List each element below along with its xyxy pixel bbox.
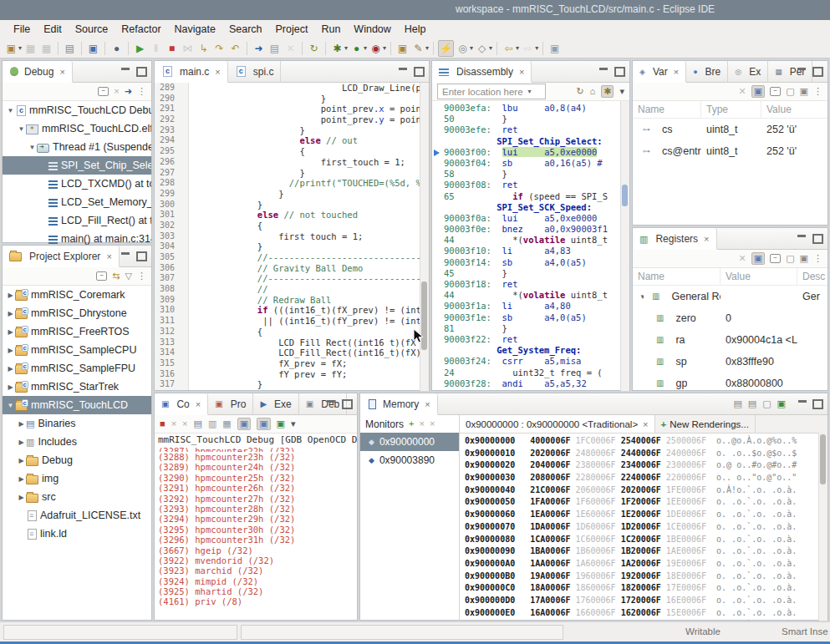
code-line-314[interactable]: 314 LCD_Fill_Rect((int16_t)(fX), [155, 347, 429, 358]
code-line-309[interactable]: 309 // Redraw Ball [155, 295, 429, 306]
search-c-icon[interactable]: ✎ [411, 41, 425, 56]
back-icon[interactable]: ⇦ [502, 41, 516, 56]
disassembly-line[interactable]: 58 } [432, 169, 629, 180]
new-c-project-icon[interactable]: ▣ [395, 41, 410, 56]
disassembly-scrollbar-thumb[interactable] [622, 185, 628, 206]
minimize-icon[interactable] [121, 252, 130, 255]
step-return-icon[interactable]: ↶ [228, 41, 242, 56]
expander-icon[interactable]: ▶ [17, 475, 26, 483]
maximize-icon[interactable] [812, 399, 823, 409]
disassembly-line[interactable]: 90003efe: ret [432, 124, 629, 135]
code-line-291[interactable]: 291 point_prev.x = point.x; [155, 104, 429, 114]
disassembly-line[interactable]: 50 } [432, 114, 629, 124]
disassembly-line[interactable]: 90003f04: sb a0,16(a5) # [432, 158, 629, 169]
mark-occurrences-icon[interactable]: ◎ [456, 41, 470, 56]
close-icon[interactable]: × [196, 399, 201, 409]
tab-problems[interactable]: ▣Pro [208, 393, 253, 414]
disassembly-line[interactable]: 44 *(volatile uint8_t [432, 290, 629, 301]
menu-file[interactable]: File [7, 22, 37, 37]
tab-console[interactable]: ▣Co× [155, 393, 208, 415]
memory-row-0x900000D0[interactable]: 0x900000D0 17A0006F 1760006F 1720006F 16… [460, 595, 827, 607]
debug-node-spi-set-chip-select[interactable]: SPI_Set_Chip_Select [3, 156, 151, 175]
settings-dropdown[interactable]: ▾ [619, 87, 624, 96]
debug-node-thread-1-suspended[interactable]: ▼Thread #1 (Suspended [3, 138, 151, 156]
debug-node-mmrisc-touchlcd-elf[interactable]: ▼mmRISC_TouchLCD.elf [3, 119, 151, 138]
close-icon[interactable]: × [704, 234, 709, 244]
expander-icon[interactable]: ▼ [28, 144, 37, 151]
memory-row-0x90000040[interactable]: 0x90000040 21C0006F 2060006F 2020006F 1F… [460, 484, 827, 497]
tab-debug[interactable]: Debug × [3, 61, 73, 83]
remove-all-launches-icon[interactable]: × [182, 419, 187, 428]
disassembly-line[interactable]: SPI_Set_SCK_Speed: [432, 202, 629, 213]
register-row-sp[interactable]: ▥sp0x83fffe90 [633, 351, 827, 373]
project-node-link-ld[interactable]: link.ld [3, 525, 151, 543]
expander-icon[interactable]: ▶ [17, 457, 26, 464]
suspend-icon[interactable]: ‖ [149, 41, 163, 56]
register-row-zero[interactable]: ▥zero0 [633, 307, 827, 329]
memory-row-0x900000C0[interactable]: 0x900000C0 18A0006F 1860006F 1820006F 17… [460, 582, 827, 595]
memory-row-0x90000070[interactable]: 0x90000070 1DA0006F 1D60006F 1D20006F 1C… [460, 521, 827, 534]
menu-navigate[interactable]: Navigate [168, 22, 222, 37]
memory-row-0x90000020[interactable]: 0x90000020 2040006F 2380006F 2340006F 23… [460, 459, 827, 472]
code-line-315[interactable]: 315 fX_prev = fX; [155, 358, 429, 369]
code-line-302[interactable]: 302 { [155, 221, 429, 231]
show-type-names-icon[interactable]: ✕ [739, 87, 746, 96]
resume-icon[interactable]: ▶ [133, 41, 147, 56]
menu-run[interactable]: Run [314, 22, 347, 37]
memory-row-0x90000060[interactable]: 0x90000060 1EA0006F 1E60006F 1E20006F 1D… [460, 509, 827, 521]
memory-scrollbar[interactable] [818, 433, 827, 621]
display-selected-icon[interactable]: ▣ [257, 418, 270, 430]
collapse-all-icon[interactable]: − [98, 87, 109, 96]
show-logical-structures-icon[interactable]: ▣ [751, 85, 765, 98]
save-all-icon[interactable]: ▦ [39, 41, 53, 56]
close-icon[interactable]: × [106, 251, 111, 261]
maximize-icon[interactable] [812, 234, 823, 244]
show-debug-view-icon[interactable]: ▤ [267, 41, 282, 56]
project-node-src[interactable]: ▶src [3, 488, 151, 506]
pin-console-icon[interactable]: ▣ [237, 418, 251, 430]
maximize-icon[interactable] [342, 399, 353, 409]
memory-row-0x90000050[interactable]: 0x90000050 1FA0006F 1F60006F 1F20006F 1E… [460, 496, 827, 509]
disconnect-icon[interactable]: ⋈ [181, 41, 195, 56]
memory-monitor-0x90000000[interactable]: ◆0x90000000 [360, 433, 459, 451]
tab-memory[interactable]: Memory × [360, 393, 438, 415]
tab-project-explorer[interactable]: Project Explorer × [3, 246, 120, 267]
edit-watch-icon[interactable]: ▣ [800, 254, 808, 263]
memory-row-0x90000000[interactable]: 0x90000000 4000006F 1FC0006F 2540006F 25… [460, 435, 827, 448]
close-icon[interactable]: × [643, 419, 648, 429]
filter-icon[interactable]: ▽ [125, 271, 132, 281]
code-line-293[interactable]: 293 } [155, 125, 429, 136]
tab-new-renderings[interactable]: + New Renderings... [655, 415, 756, 433]
expander-icon[interactable]: ▼ [6, 107, 15, 114]
maximize-icon[interactable] [614, 67, 625, 77]
disassembly-line[interactable]: 90003f1a: li a4,80 [432, 301, 629, 312]
code-line-304[interactable]: 304 } [155, 241, 429, 252]
run-icon[interactable]: ● [349, 41, 364, 56]
mark-dropdown[interactable]: ▾ [470, 44, 473, 52]
tab-var[interactable]: ◈Var× [633, 61, 686, 83]
code-line-299[interactable]: 299 } [155, 189, 429, 200]
project-node-debug[interactable]: ▶Debug [3, 451, 151, 469]
build-icon[interactable]: ▤ [63, 41, 77, 56]
disassembly-line[interactable]: 90003f18: ret [432, 279, 629, 290]
instruction-stepping-icon[interactable]: ➜ [252, 41, 266, 56]
disassembly-line[interactable]: 90003f24: csrr a5,misa [432, 356, 629, 367]
annotation-dropdown[interactable]: ▾ [489, 44, 492, 52]
project-node-mmrisc-coremark[interactable]: ▶mmRISC_Coremark [3, 286, 151, 304]
register-row-gp[interactable]: ▥gp0x88000800 [633, 373, 827, 394]
memory-hex-grid[interactable]: 0x90000000 4000006F 1FC0006F 2540006F 25… [460, 434, 827, 621]
tab-executables[interactable]: ▶Exe [253, 393, 298, 414]
remove-launch-icon[interactable]: × [171, 419, 176, 428]
menu-source[interactable]: Source [69, 22, 115, 37]
minimize-icon[interactable] [599, 68, 608, 70]
memory-row-0x900000A0[interactable]: 0x900000A0 1AA0006F 1A60006F 1A20006F 19… [460, 558, 827, 570]
memory-row-0x90000010[interactable]: 0x90000010 2020006F 2480006F 2440006F 24… [460, 448, 827, 460]
project-node-adafruit-license-txt[interactable]: Adafruit_LICENSE.txt [3, 506, 151, 525]
scroll-lock-icon[interactable]: ▥ [208, 419, 216, 428]
menu-search[interactable]: Search [222, 22, 269, 37]
code-line-297[interactable]: 297 } [155, 168, 429, 179]
debug-dropdown[interactable]: ▾ [344, 44, 348, 52]
disassembly-line[interactable]: 90003f1e: sb a4,0(a5) [432, 312, 629, 323]
memory-row-0x90000080[interactable]: 0x90000080 1CA0006F 1C60006F 1C20006F 1B… [460, 534, 827, 546]
run-dropdown[interactable]: ▾ [364, 44, 367, 52]
